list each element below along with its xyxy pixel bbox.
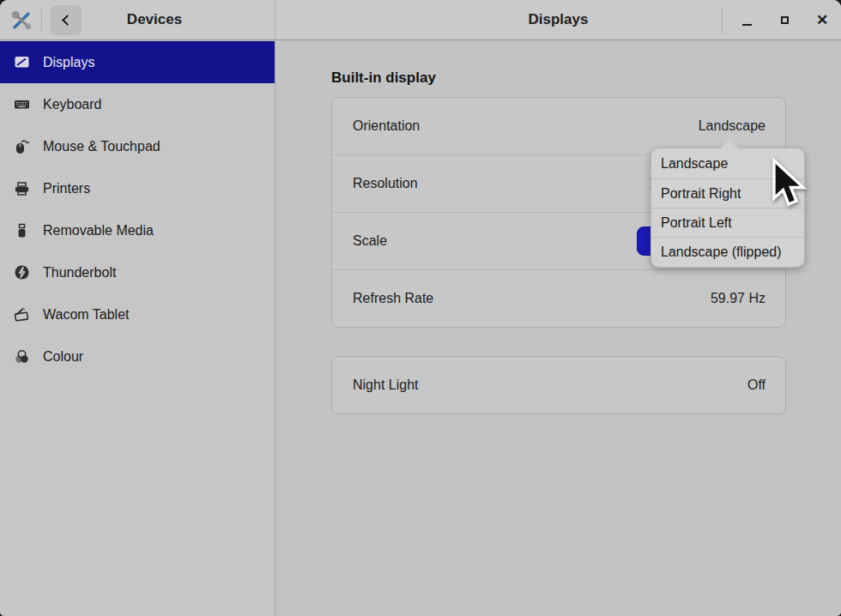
settings-window: Devices Displays ✕ [0,0,841,616]
window-minimize-icon [742,24,752,26]
tablet-pen-icon [14,306,30,323]
sidebar-item-label: Printers [43,181,90,196]
controls-divider [722,7,723,33]
menu-item-landscape-flipped[interactable]: Landscape (flipped) [651,237,804,266]
header-divider [41,9,42,32]
back-button[interactable] [51,5,82,35]
sidebar-item-thunderbolt[interactable]: Thunderbolt [0,251,275,293]
scale-label: Scale [353,233,387,249]
display-icon [14,54,30,70]
refresh-rate-value: 59.97 Hz [711,291,765,306]
refresh-rate-row[interactable]: Refresh Rate 59.97 Hz [332,269,785,327]
orientation-row[interactable]: Orientation Landscape [332,98,785,154]
close-button[interactable]: ✕ [803,0,841,40]
window-close-icon: ✕ [816,13,828,27]
sidebar-item-label: Displays [43,55,94,70]
window-maximize-icon [781,16,789,24]
orientation-popover-menu: Landscape Portrait Right Portrait Left L… [650,148,805,268]
minimize-button[interactable] [728,0,765,40]
main-content: Built-in display Orientation Landscape R… [276,41,841,616]
sidebar-item-label: Thunderbolt [43,265,116,281]
section-title: Built-in display [331,69,436,87]
sidebar-item-wacom-tablet[interactable]: Wacom Tablet [0,293,275,335]
sidebar-item-keyboard[interactable]: Keyboard [0,83,275,125]
menu-item-landscape[interactable]: Landscape [651,149,804,178]
thunderbolt-icon [14,264,30,281]
popover-arrow [720,140,739,149]
printer-icon [14,180,30,196]
sidebar-item-mouse-touchpad[interactable]: Mouse & Touchpad [0,125,275,167]
sidebar-item-label: Keyboard [43,97,102,112]
orientation-label: Orientation [353,118,420,134]
orientation-value: Landscape [699,118,765,134]
color-circles-icon [14,348,30,365]
mouse-icon [14,138,30,154]
sidebar-item-label: Colour [43,349,83,365]
back-chevron-icon [62,15,73,26]
night-light-row[interactable]: Night Light Off [332,357,785,414]
headerbar: Devices Displays ✕ [0,0,841,40]
sidebar-item-removable-media[interactable]: Removable Media [0,209,275,251]
resolution-label: Resolution [353,176,418,191]
sidebar-item-printers[interactable]: Printers [0,167,275,209]
menu-item-portrait-right[interactable]: Portrait Right [651,178,804,208]
keyboard-icon [14,96,30,112]
usb-drive-icon [14,222,30,239]
night-light-card: Night Light Off [331,356,786,414]
night-light-value: Off [747,377,765,393]
settings-app-icon [11,9,33,31]
maximize-button[interactable] [765,0,803,40]
menu-item-portrait-left[interactable]: Portrait Left [651,208,804,237]
headerbar-right: Displays ✕ [275,0,841,39]
sidebar-item-colour[interactable]: Colour [0,335,275,377]
sidebar-item-displays[interactable]: Displays [0,41,275,83]
sidebar-item-label: Mouse & Touchpad [43,139,160,154]
sidebar: Displays Keyboard Mouse & T [0,41,275,616]
sidebar-item-label: Wacom Tablet [43,307,129,323]
window-controls: ✕ [722,0,841,40]
sidebar-item-label: Removable Media [43,223,154,239]
headerbar-left: Devices [0,0,275,39]
night-light-label: Night Light [353,377,419,393]
refresh-rate-label: Refresh Rate [353,291,433,306]
